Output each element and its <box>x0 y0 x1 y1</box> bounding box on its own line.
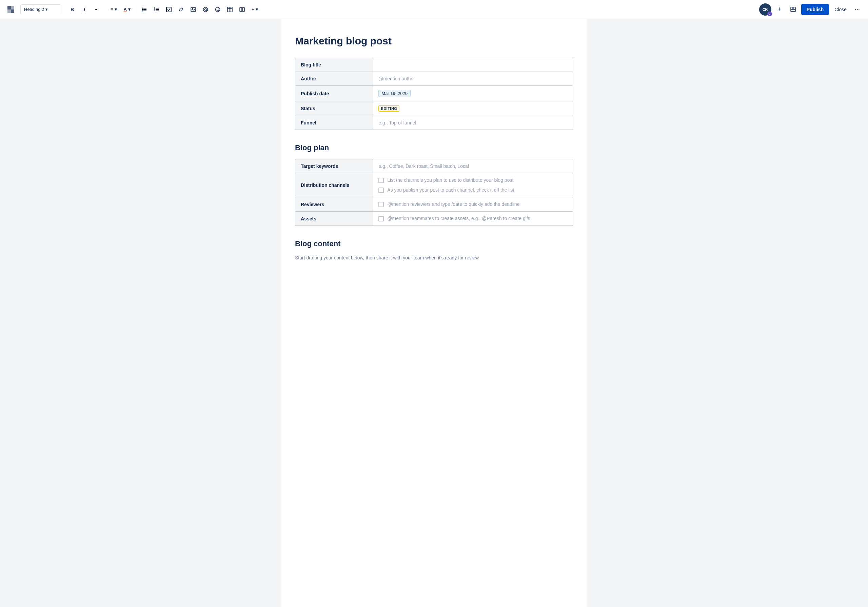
toolbar-divider-3 <box>136 5 136 14</box>
checkbox-item: @mention teammates to create assets, e.g… <box>378 216 567 222</box>
svg-text:3.: 3. <box>154 9 156 11</box>
columns-icon <box>239 7 245 12</box>
more-options-button[interactable]: ··· <box>852 5 863 14</box>
checkbox-item: @mention reviewers and type /date to qui… <box>378 202 567 207</box>
color-chevron-icon: ▾ <box>128 7 130 12</box>
save-button[interactable] <box>787 4 798 15</box>
blog-content-section: Blog content Start drafting your content… <box>295 239 573 261</box>
align-button[interactable]: ≡ ▾ <box>108 4 120 15</box>
table-value-blog-title[interactable] <box>373 58 573 72</box>
numbered-list-icon: 1. 2. 3. <box>154 7 160 12</box>
svg-point-4 <box>142 10 143 11</box>
bold-button[interactable]: B <box>67 4 78 15</box>
svg-rect-28 <box>791 9 795 11</box>
checkbox-1[interactable] <box>378 178 384 183</box>
table-row: Funnel e.g., Top of funnel <box>295 116 573 130</box>
table-value-distribution: List the channels you plan to use to dis… <box>373 173 573 197</box>
date-badge: Mar 19, 2020 <box>378 90 411 97</box>
checkbox-3[interactable] <box>378 202 384 207</box>
table-row: Status EDITING <box>295 101 573 116</box>
bullet-list-button[interactable] <box>139 4 150 15</box>
table-label-publish-date: Publish date <box>295 86 373 101</box>
align-chevron-icon: ▾ <box>115 7 117 12</box>
heading-selector[interactable]: Heading 2 ▾ <box>20 5 61 14</box>
more-format-button[interactable]: ··· <box>91 4 102 15</box>
svg-point-2 <box>142 9 143 10</box>
toolbar-divider-1 <box>64 5 64 14</box>
table-label-keywords: Target keywords <box>295 159 373 173</box>
checkbox-4[interactable] <box>378 216 384 222</box>
emoji-icon <box>215 7 220 12</box>
insert-chevron-icon: ▾ <box>256 7 258 12</box>
close-button[interactable]: Close <box>832 4 849 15</box>
svg-rect-27 <box>792 7 794 9</box>
info-table: Blog title Author @mention author Publis… <box>295 57 573 130</box>
table-value-publish-date[interactable]: Mar 19, 2020 <box>373 86 573 101</box>
publish-button[interactable]: Publish <box>801 4 829 15</box>
link-button[interactable] <box>176 4 186 15</box>
checkbox-item: As you publish your post to each channel… <box>378 187 567 193</box>
bullet-list-icon <box>142 7 147 12</box>
svg-rect-12 <box>166 7 171 12</box>
svg-rect-9 <box>156 9 159 10</box>
blog-content-heading: Blog content <box>295 239 573 248</box>
columns-button[interactable] <box>237 4 248 15</box>
table-label-distribution: Distribution channels <box>295 173 373 197</box>
task-button[interactable] <box>163 4 174 15</box>
checkbox-label-1: List the channels you plan to use to dis… <box>387 177 513 183</box>
svg-rect-11 <box>156 11 159 11</box>
svg-point-15 <box>203 7 208 11</box>
blog-plan-table: Target keywords e.g., Coffee, Dark roast… <box>295 159 573 226</box>
color-button[interactable]: A ▾ <box>121 4 133 15</box>
table-row: Distribution channels List the channels … <box>295 173 573 197</box>
table-value-reviewers: @mention reviewers and type /date to qui… <box>373 197 573 212</box>
table-value-status[interactable]: EDITING <box>373 101 573 116</box>
add-collaborator-button[interactable]: + <box>774 4 785 15</box>
logo-icon[interactable] <box>5 4 16 15</box>
mention-icon <box>203 7 208 12</box>
table-label-status: Status <box>295 101 373 116</box>
numbered-list-button[interactable]: 1. 2. 3. <box>151 4 162 15</box>
chevron-down-icon: ▾ <box>45 7 48 12</box>
insert-button[interactable]: + ▾ <box>249 4 261 15</box>
checkbox-label-3: @mention reviewers and type /date to qui… <box>387 202 519 207</box>
status-badge: EDITING <box>378 106 400 112</box>
svg-rect-20 <box>228 7 232 12</box>
mention-button[interactable] <box>200 4 211 15</box>
table-label-assets: Assets <box>295 212 373 226</box>
italic-button[interactable]: I <box>79 4 90 15</box>
avatar-badge: C <box>767 11 772 16</box>
emoji-button[interactable] <box>212 4 223 15</box>
table-row: Publish date Mar 19, 2020 <box>295 86 573 101</box>
table-row: Blog title <box>295 58 573 72</box>
toolbar-divider-2 <box>105 5 105 14</box>
image-button[interactable] <box>188 4 199 15</box>
table-value-funnel[interactable]: e.g., Top of funnel <box>373 116 573 130</box>
table-row: Target keywords e.g., Coffee, Dark roast… <box>295 159 573 173</box>
table-value-author[interactable]: @mention author <box>373 72 573 86</box>
blog-plan-heading: Blog plan <box>295 143 573 152</box>
table-button[interactable] <box>225 4 235 15</box>
svg-rect-5 <box>143 11 146 11</box>
svg-point-0 <box>142 8 143 8</box>
keywords-placeholder: e.g., Coffee, Dark roast, Small batch, L… <box>378 163 469 169</box>
main-content: Marketing blog post Blog title Author @m… <box>281 19 587 607</box>
funnel-placeholder: e.g., Top of funnel <box>378 120 416 126</box>
user-avatar-button[interactable]: CK C <box>759 3 771 16</box>
svg-point-18 <box>216 8 217 9</box>
table-value-assets: @mention teammates to create assets, e.g… <box>373 212 573 226</box>
checkbox-label-4: @mention teammates to create assets, e.g… <box>387 216 530 221</box>
table-label-author: Author <box>295 72 373 86</box>
table-value-keywords[interactable]: e.g., Coffee, Dark roast, Small batch, L… <box>373 159 573 173</box>
svg-rect-25 <box>242 8 245 11</box>
table-icon <box>227 7 232 12</box>
svg-point-19 <box>218 8 219 9</box>
svg-rect-1 <box>143 8 146 8</box>
table-label-reviewers: Reviewers <box>295 197 373 212</box>
toolbar-right: CK C + Publish Close ··· <box>759 3 863 16</box>
svg-rect-24 <box>240 8 242 11</box>
checkbox-item: List the channels you plan to use to dis… <box>378 177 567 183</box>
table-row: Assets @mention teammates to create asse… <box>295 212 573 226</box>
svg-rect-7 <box>156 8 159 8</box>
checkbox-2[interactable] <box>378 188 384 193</box>
